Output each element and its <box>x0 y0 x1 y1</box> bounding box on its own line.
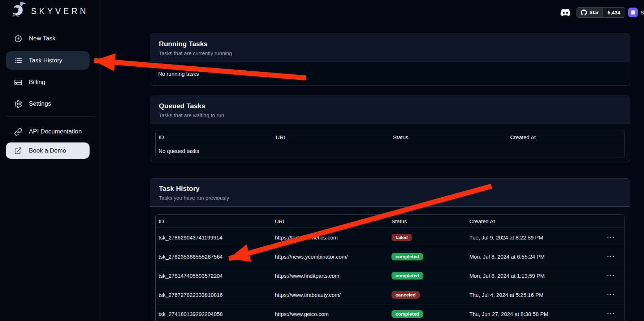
status-badge: completed <box>392 253 423 260</box>
task-url-cell: https://www.geico.com <box>272 311 389 317</box>
task-url-cell: https://www.tirabeauty.com/ <box>272 292 389 298</box>
task-id-cell: tsk_276727822333810816 <box>156 292 272 298</box>
column-header-status: Status <box>389 218 466 224</box>
table-row[interactable]: tsk_278235388555267564 https://news.ycom… <box>156 247 624 266</box>
queued-empty-row: No queued tasks <box>156 144 624 158</box>
task-history-card: Task History Tasks you have run previous… <box>150 178 630 321</box>
task-status-cell: completed <box>389 310 466 318</box>
status-badge: completed <box>392 310 423 318</box>
task-status-cell: failed <box>389 234 466 241</box>
sidebar-item-new-task[interactable]: New Task <box>6 31 90 47</box>
plus-circle-icon <box>14 35 22 43</box>
sidebar-item-label: Task History <box>29 57 62 64</box>
task-status-cell: canceled <box>389 291 466 299</box>
table-row[interactable]: tsk_276727822333810816 https://www.tirab… <box>156 285 624 304</box>
credit-card-icon <box>14 78 22 87</box>
row-actions-button[interactable]: ··· <box>598 234 624 241</box>
brand-name: SKYVERN <box>31 6 88 16</box>
sidebar-item-billing[interactable]: Billing <box>6 74 90 90</box>
task-history-header: Task History Tasks you have run previous… <box>150 179 630 207</box>
section-subtitle: Tasks that are currently running <box>159 50 621 56</box>
external-link-icon <box>14 147 22 155</box>
column-header-status: Status <box>390 134 507 140</box>
task-created-at-cell: Thu, Jun 27, 2024 at 8:38:58 PM <box>467 311 598 317</box>
sidebar-divider <box>6 116 94 116</box>
link-icon <box>14 128 22 136</box>
task-created-at-cell: Mon, Jul 8, 2024 at 1:13:59 PM <box>467 273 598 279</box>
organization-icon <box>630 10 636 15</box>
row-actions-button[interactable]: ··· <box>598 253 624 260</box>
main-content: Running Tasks Tasks that are currently r… <box>150 0 630 321</box>
table-header-row: ID URL Status Created At <box>156 215 624 228</box>
sidebar-item-task-history[interactable]: Task History <box>6 51 90 70</box>
running-tasks-card: Running Tasks Tasks that are currently r… <box>150 34 630 86</box>
table-row[interactable]: tsk_278629043741199914 https://tartecosm… <box>156 228 624 247</box>
sidebar-item-label: Billing <box>29 79 45 86</box>
gear-icon <box>14 100 22 108</box>
row-actions-button[interactable]: ··· <box>598 311 624 317</box>
book-a-demo-button[interactable]: Book a Demo <box>6 142 90 159</box>
column-header-url: URL <box>273 134 390 140</box>
task-created-at-cell: Tue, Jul 9, 2024 at 8:22:59 PM <box>467 234 598 241</box>
history-table-body: tsk_278629043741199914 https://tartecosm… <box>156 228 624 321</box>
task-url-cell: https://www.finditparts.com <box>272 273 389 279</box>
table-row[interactable]: tsk_278147405593572204 https://www.findi… <box>156 266 624 285</box>
sidebar-item-api-documentation[interactable]: API Documentation <box>6 124 90 140</box>
task-id-cell: tsk_278235388555267564 <box>156 254 272 260</box>
status-badge: completed <box>392 272 423 280</box>
sidebar: SKYVERN New Task Task History Billing Se… <box>0 0 100 321</box>
task-history-table: ID URL Status Created At tsk_27862904374… <box>155 214 625 321</box>
column-header-created-at: Created At <box>507 134 625 140</box>
user-name-partial: Sk <box>640 9 644 16</box>
section-title: Running Tasks <box>159 40 621 48</box>
status-badge: failed <box>392 234 412 241</box>
column-header-url: URL <box>272 218 389 224</box>
column-header-id: ID <box>156 134 273 140</box>
task-id-cell: tsk_278629043741199914 <box>156 234 272 241</box>
task-url-cell: https://news.ycombinator.com/ <box>272 254 389 260</box>
sidebar-item-label: API Documentation <box>29 128 82 135</box>
queued-tasks-header: Queued Tasks Tasks that are waiting to r… <box>150 96 630 124</box>
skyvern-logo-icon <box>9 1 28 21</box>
list-icon <box>14 56 22 65</box>
task-id-cell: tsk_274180139292204058 <box>156 311 272 317</box>
sidebar-item-label: Settings <box>29 100 51 107</box>
running-tasks-header: Running Tasks Tasks that are currently r… <box>150 34 630 62</box>
queued-empty-text: No queued tasks <box>156 148 273 154</box>
sidebar-item-label: New Task <box>29 35 55 42</box>
section-title: Queued Tasks <box>159 102 621 110</box>
status-badge: canceled <box>392 291 420 299</box>
section-subtitle: Tasks you have run previously <box>159 195 621 201</box>
brand-logo[interactable]: SKYVERN <box>9 1 88 21</box>
task-id-cell: tsk_278147405593572204 <box>156 273 272 279</box>
column-header-id: ID <box>156 218 272 224</box>
section-title: Task History <box>159 185 621 193</box>
queued-tasks-card: Queued Tasks Tasks that are waiting to r… <box>150 96 630 162</box>
column-header-created-at: Created At <box>467 218 598 224</box>
row-actions-button[interactable]: ··· <box>598 291 624 298</box>
task-status-cell: completed <box>389 253 466 260</box>
table-row[interactable]: tsk_274180139292204058 https://www.geico… <box>156 304 624 321</box>
table-header-row: ID URL Status Created At <box>156 130 624 144</box>
task-status-cell: completed <box>389 272 466 280</box>
row-actions-button[interactable]: ··· <box>598 272 624 279</box>
task-created-at-cell: Mon, Jul 8, 2024 at 6:55:24 PM <box>467 254 598 260</box>
task-created-at-cell: Thu, Jul 4, 2024 at 5:25:16 PM <box>467 292 598 298</box>
sidebar-item-settings[interactable]: Settings <box>6 96 90 112</box>
task-url-cell: https://tartecosmetics.com <box>272 234 389 241</box>
queued-tasks-table: ID URL Status Created At No queued tasks <box>155 130 625 158</box>
section-subtitle: Tasks that are waiting to run <box>159 113 621 118</box>
running-empty-text: No running tasks <box>150 62 630 85</box>
sidebar-item-label: Book a Demo <box>29 147 66 154</box>
